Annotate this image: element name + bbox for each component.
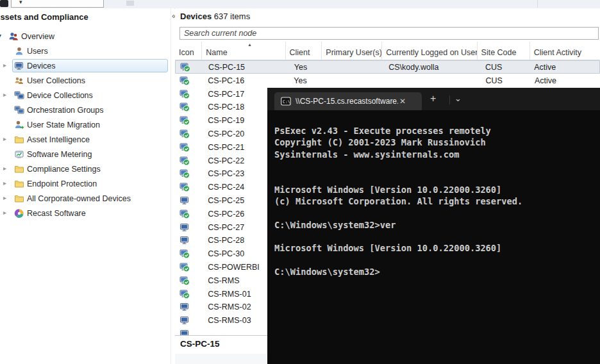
tabbar-divider [449,95,450,104]
column-header-site-code[interactable]: Site Code [478,42,530,60]
user-state-migration-icon [14,120,24,130]
device-icon-cell [175,329,202,336]
page-title-name: Devices [180,12,212,21]
sidebar-item-user-collections[interactable]: User Collections [0,74,174,88]
device-online-icon [179,89,202,99]
toolbar-divider [537,0,538,8]
page-title: Devices 637 items [180,12,250,21]
sidebar-item-asset-intelligence[interactable]: ▸Asset Intelligence [0,133,174,147]
new-tab-icon[interactable]: + [430,93,436,104]
user-icon [14,46,24,56]
tab-dropdown-icon[interactable]: ⌄ [454,94,462,103]
sidebar-item-users[interactable]: Users [0,44,174,59]
device-icon-cell [175,89,202,99]
sort-ascending-icon: ▲ [247,42,252,47]
device-online-icon [179,129,202,139]
sidebar-item-software-metering[interactable]: Software Metering [0,147,174,162]
device-icon-cell [175,156,202,166]
user-collections-icon [14,76,24,86]
column-header-client[interactable]: Client [286,42,322,60]
column-header-name[interactable]: Name [202,42,285,60]
device-icon-cell [175,276,202,286]
folder-icon [14,194,24,204]
navigation-pane: Assets and Compliance ▾OverviewUsers▸Dev… [0,8,174,364]
sidebar-item-orchestration-groups[interactable]: Orchestration Groups [0,103,174,118]
folder-icon [14,179,24,189]
cell-logged-on-user: CS\kody.wolla [382,63,477,72]
sidebar-item-label: Software Metering [27,150,92,159]
expand-arrow-icon[interactable]: ▸ [3,62,6,69]
expand-arrow-icon[interactable]: ▸ [3,194,6,201]
devices-icon [14,61,24,71]
overview-icon [8,31,19,42]
chevron-down-icon: ▾ [19,0,22,5]
workspace-title: Assets and Compliance [0,12,88,22]
expand-arrow-icon[interactable]: ▸ [3,135,6,142]
sidebar-item-recast-software[interactable]: ▸Recast Software [0,206,174,221]
terminal-titlebar[interactable]: C:\ \\CS-PC-15.cs.recastsoftware.c ✕ + ⌄ [267,88,600,110]
device-icon-cell [175,195,202,206]
cell-client: Yes [286,63,322,72]
sidebar-item-all-corporate-owned-devices[interactable]: ▸All Corporate-owned Devices [0,192,174,206]
device-collections-icon [14,90,24,101]
collapse-arrow-icon[interactable]: ▾ [0,32,1,39]
cell-client-activity: Active [530,76,600,85]
device-online-icon [179,182,202,192]
orchestration-groups-icon [14,105,24,115]
sidebar-item-label: User State Migration [27,120,100,129]
recast-icon [14,208,24,219]
column-header-icon[interactable]: Icon [175,42,202,60]
sidebar-item-devices[interactable]: ▸Devices [0,59,174,74]
sidebar-item-overview[interactable]: ▾Overview [0,29,174,44]
column-header-client-activity[interactable]: Client Activity [530,42,600,60]
terminal-output[interactable]: PsExec v2.43 - Execute processes remotel… [267,110,522,277]
sidebar-item-endpoint-protection[interactable]: ▸Endpoint Protection [0,177,174,192]
expand-arrow-icon[interactable]: ▸ [3,179,6,186]
device-icon-cell [175,222,202,233]
pane-divider [171,8,171,364]
software-metering-icon [14,149,24,160]
column-header-primary-users[interactable]: Primary User(s) [322,42,382,60]
device-online-icon [179,156,202,166]
toolbar-combo[interactable]: ▾ [11,0,104,8]
cell-name: CS-PC-15 [203,63,286,72]
device-icon-cell [175,182,202,192]
device-online-icon [179,102,202,112]
search-input[interactable] [179,27,599,40]
sidebar-item-label: Orchestration Groups [27,106,104,115]
cell-name: CS-PC-16 [202,76,285,85]
device-icon-cell [175,315,202,326]
sidebar-item-label: Endpoint Protection [27,179,97,188]
device-icon-cell [175,209,202,219]
device-icon [179,329,202,336]
table-row[interactable]: CS-PC-16YesCUSActive [175,74,600,87]
cell-client: Yes [285,76,322,85]
toolbar-strip: ▾ [0,0,600,9]
device-online-icon [179,249,202,259]
device-online-icon [179,142,202,153]
table-row[interactable]: CS-PC-15YesCS\kody.wollaCUSActive [175,60,600,74]
column-header-currently-logged-on-user[interactable]: Currently Logged on User [382,42,477,60]
device-icon [179,315,202,326]
device-online-icon [179,289,202,299]
sidebar-item-compliance-settings[interactable]: ▸Compliance Settings [0,162,174,177]
device-icon-cell [175,289,202,299]
sidebar-item-label: Compliance Settings [27,165,101,174]
expand-arrow-icon[interactable]: ▸ [3,91,6,98]
sidebar-item-label: User Collections [27,76,85,85]
cell-client-activity: Active [529,63,599,72]
device-icon-cell [175,129,202,139]
sidebar-item-device-collections[interactable]: ▸Device Collections [0,88,174,103]
expand-arrow-icon[interactable]: ▸ [3,165,6,172]
device-icon [179,302,202,312]
device-icon-cell [175,235,202,245]
sidebar-item-label: Devices [27,62,55,70]
terminal-tab[interactable]: C:\ \\CS-PC-15.cs.recastsoftware.c ✕ [274,92,422,110]
close-tab-icon[interactable]: ✕ [399,97,406,106]
device-icon-cell [175,262,202,272]
terminal-tab-title: \\CS-PC-15.cs.recastsoftware.c [296,97,398,106]
sidebar-item-user-state-migration[interactable]: User State Migration [0,118,174,133]
sidebar-item-label: Users [27,47,48,56]
app-icon[interactable] [0,0,8,7]
expand-arrow-icon[interactable]: ▸ [3,209,6,216]
